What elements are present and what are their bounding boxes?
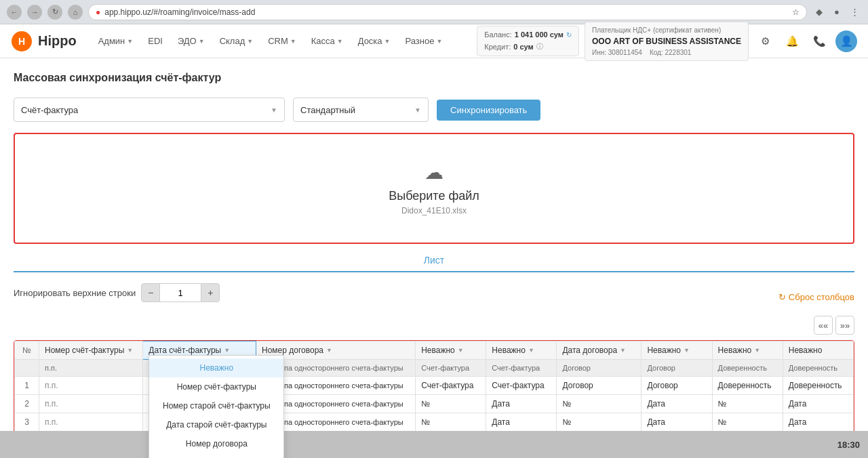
table-row: 3 п.п. Код типа одностороннего счета-фак… (15, 413, 854, 432)
col7-header[interactable]: Неважно ▼ (642, 341, 712, 360)
subheader-4: Счет-фактура (416, 360, 486, 377)
column-dropdown-menu: Неважно Номер счёт-фактуры Номер старой … (149, 355, 284, 458)
col5-header[interactable]: Неважно ▼ (486, 341, 557, 360)
first-page-button[interactable]: «« (814, 316, 833, 335)
ignore-rows-section: Игнорировать верхние строки − + (14, 283, 220, 302)
row1-col7: Договор (642, 377, 712, 395)
subheader-9: Доверенность (783, 360, 853, 377)
nav-edi[interactable]: EDI (141, 32, 170, 50)
sync-button[interactable]: Синхронизировать (437, 100, 540, 121)
col9-header[interactable]: Неважно (783, 341, 853, 360)
more-icon[interactable]: ⋮ (848, 5, 861, 19)
taskbar: 18:30 (0, 431, 868, 458)
col-invoice-date-header[interactable]: Дата счёт-фактуры ▼ Неважно Номер счёт-ф… (143, 341, 256, 360)
list-link[interactable]: Лист (424, 255, 444, 266)
col5-arrow: ▼ (528, 347, 534, 354)
nav-misc-label: Разное (406, 36, 435, 46)
subheader-num (15, 360, 39, 377)
logo-area: H Hippo (11, 30, 77, 52)
table-subheader-row: п.п. Неважно Код типа одностороннего сче… (15, 360, 854, 377)
col7-arrow: ▼ (684, 347, 690, 354)
nav-admin[interactable]: Админ ▼ (92, 32, 140, 50)
subheader-5: Счет-фактура (486, 360, 557, 377)
nav-board[interactable]: Доска ▼ (351, 32, 397, 50)
prev-page-button[interactable]: »» (835, 316, 854, 335)
standard-arrow: ▼ (414, 106, 421, 114)
file-drop-area[interactable]: ☁ Выберите файл Didox_41E10.xlsx (14, 133, 854, 244)
subheader-1: п.п. (39, 360, 143, 377)
row3-col9: Дата (783, 413, 853, 432)
decrement-button[interactable]: − (141, 283, 160, 302)
nav-misc[interactable]: Разное ▼ (399, 32, 450, 50)
dropdown-item-3[interactable]: Дата старой счёт-фактуры (149, 415, 283, 434)
col4-arrow: ▼ (458, 347, 464, 354)
dropdown-item-4[interactable]: Номер договора (149, 434, 283, 453)
subheader-6: Договор (557, 360, 642, 377)
subheader-8: Доверенность (712, 360, 783, 377)
ignore-rows-input[interactable] (160, 283, 201, 302)
header-right: Баланс: 1 041 000 сум ↻ Кредит: 0 сум ⓘ … (477, 22, 857, 61)
profile-icon[interactable]: ● (830, 5, 844, 19)
dropdown-item-1[interactable]: Номер счёт-фактуры (149, 377, 283, 396)
reset-columns-button[interactable]: ↻ Сброс столбцов (778, 292, 854, 302)
col6-header[interactable]: Дата договора ▼ (557, 341, 642, 360)
row3-num: 3 (15, 413, 39, 432)
home-btn[interactable]: ⌂ (68, 5, 83, 20)
ignore-rows-label: Игнорировать верхние строки (14, 288, 136, 298)
balance-label: Баланс: (484, 29, 512, 41)
invoice-type-arrow: ▼ (271, 106, 277, 114)
row3-col7: Дата (642, 413, 712, 432)
nav-warehouse[interactable]: Склад ▼ (213, 32, 260, 50)
increment-button[interactable]: + (201, 283, 220, 302)
col8-header[interactable]: Неважно ▼ (712, 341, 783, 360)
settings-icon[interactable]: ⚙ (754, 30, 776, 52)
reload-btn[interactable]: ↻ (47, 5, 62, 20)
user-icon[interactable]: 👤 (835, 30, 857, 52)
nav-kassa-arrow: ▼ (337, 38, 343, 45)
list-link-row: Лист (14, 255, 854, 272)
nav-admin-label: Админ (98, 36, 125, 46)
nav-kassa[interactable]: Касса ▼ (304, 32, 350, 50)
col8-arrow: ▼ (754, 347, 760, 354)
forward-btn[interactable]: → (27, 5, 42, 20)
dropdown-item-0[interactable]: Неважно (149, 358, 283, 377)
row1-col5: Счет-фактура (486, 377, 557, 395)
app-header: H Hippo Админ ▼ EDI ЭДО ▼ Склад ▼ CRM ▼ … (0, 24, 868, 58)
url-bar[interactable]: ● app.hippo.uz/#/roaming/invoice/mass-ad… (88, 4, 807, 20)
company-name: ООО ART OF BUSINESS ASSISTANCE (592, 35, 741, 47)
nav-misc-arrow: ▼ (436, 38, 442, 45)
row3-col4: № (416, 413, 486, 432)
standard-select[interactable]: Стандартный ▼ (293, 98, 429, 122)
invoice-type-value: Счёт-фактура (21, 105, 78, 115)
row3-col6: № (557, 413, 642, 432)
cloud-upload-icon: ☁ (425, 161, 443, 184)
row3-col5: Дата (486, 413, 557, 432)
row1-col4: Счет-фактура (416, 377, 486, 395)
dropdown-item-5[interactable]: Дата договора (149, 453, 283, 458)
col4-header[interactable]: Неважно ▼ (416, 341, 486, 360)
col-invoice-num-header[interactable]: Номер счёт-фактуры ▼ (39, 341, 143, 360)
balance-block: Баланс: 1 041 000 сум ↻ Кредит: 0 сум ⓘ (477, 26, 579, 56)
row2-col4: № (416, 395, 486, 413)
reset-icon: ↻ (778, 292, 786, 302)
nav-crm[interactable]: CRM ▼ (261, 32, 303, 50)
invoice-type-select[interactable]: Счёт-фактура ▼ (14, 98, 285, 122)
back-btn[interactable]: ← (7, 5, 22, 20)
company-inn: Инн: 308011454 Код: 2228301 (592, 47, 741, 58)
phone-icon[interactable]: 📞 (808, 30, 830, 52)
row2-col6: № (557, 395, 642, 413)
nav-warehouse-label: Склад (220, 36, 245, 46)
dropdown-item-2[interactable]: Номер старой счёт-фактуры (149, 396, 283, 415)
row2-col1: п.п. (39, 395, 143, 413)
subheader-7: Договор (642, 360, 712, 377)
nav-edo[interactable]: ЭДО ▼ (171, 32, 212, 50)
refresh-balance-icon[interactable]: ↻ (566, 30, 572, 41)
row3-col8: № (712, 413, 783, 432)
info-icon[interactable]: ⓘ (536, 41, 543, 52)
nav-edo-label: ЭДО (178, 36, 197, 46)
bell-icon[interactable]: 🔔 (781, 30, 803, 52)
reset-label: Сброс столбцов (789, 292, 854, 302)
col2-arrow: ▼ (224, 347, 230, 354)
nav-crm-arrow: ▼ (290, 38, 296, 45)
extension-icon: ◆ (812, 5, 826, 19)
